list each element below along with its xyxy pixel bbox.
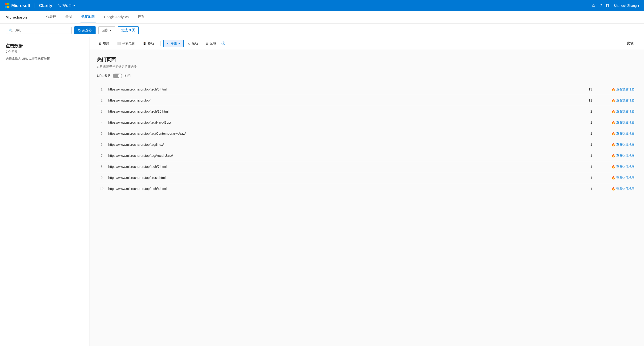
tab-recordings[interactable]: 录制 xyxy=(64,11,73,23)
table-row: 2 https://www.microcharon.top/ 11 🔥 查看热度… xyxy=(97,95,636,106)
row-url[interactable]: https://www.microcharon.top/ xyxy=(106,95,575,106)
row-view-heatmap[interactable]: 🔥 查看热度地图 xyxy=(594,161,636,172)
view-heatmap-link[interactable]: 🔥 查看热度地图 xyxy=(596,109,634,114)
row-view-heatmap[interactable]: 🔥 查看热度地图 xyxy=(594,139,636,150)
view-heatmap-label: 查看热度地图 xyxy=(616,87,634,91)
view-heatmap-link[interactable]: 🔥 查看热度地图 xyxy=(596,87,634,91)
view-heatmap-link[interactable]: 🔥 查看热度地图 xyxy=(596,154,634,158)
view-heatmap-link[interactable]: 🔥 查看热度地图 xyxy=(596,98,634,103)
row-view-heatmap[interactable]: 🔥 查看热度地图 xyxy=(594,150,636,161)
row-url[interactable]: https://www.microcharon.top/tag/Contempo… xyxy=(106,128,575,139)
action-scroll-label: 滚动 xyxy=(192,41,198,46)
tab-google-analytics[interactable]: Google Analytics xyxy=(103,11,130,23)
device-desktop-button[interactable]: 🖥 电脑 xyxy=(95,40,113,47)
row-url[interactable]: https://www.microcharon.top/tag/linux/ xyxy=(106,139,575,150)
table-row: 10 https://www.microcharon.top/tech/4.ht… xyxy=(97,183,636,194)
flame-icon: 🔥 xyxy=(612,132,615,135)
view-heatmap-link[interactable]: 🔥 查看热度地图 xyxy=(596,175,634,180)
row-url[interactable]: https://www.microcharon.top/tag/Hard-Bop… xyxy=(106,117,575,128)
user-name[interactable]: Sherlock Zhang ▾ xyxy=(614,4,639,7)
table-row: 7 https://www.microcharon.top/tag/Vocal-… xyxy=(97,150,636,161)
row-view-heatmap[interactable]: 🔥 查看热度地图 xyxy=(594,128,636,139)
tablet-icon: ⬜ xyxy=(117,42,121,45)
view-heatmap-link[interactable]: 🔥 查看热度地图 xyxy=(596,187,634,191)
row-count: 1 xyxy=(575,150,594,161)
row-view-heatmap[interactable]: 🔥 查看热度地图 xyxy=(594,172,636,183)
project-name: Microcharon xyxy=(6,15,34,19)
row-count: 1 xyxy=(575,117,594,128)
action-area-label: 区域 xyxy=(210,41,216,46)
row-url[interactable]: https://www.microcharon.top/tech/4.html xyxy=(106,183,575,194)
table-row: 5 https://www.microcharon.top/tag/Contem… xyxy=(97,128,636,139)
row-number: 4 xyxy=(97,117,106,128)
action-area-button[interactable]: ⊞ 区域 xyxy=(202,40,220,47)
chevron-down-icon: ▾ xyxy=(74,4,75,7)
row-number: 3 xyxy=(97,106,106,117)
row-number: 9 xyxy=(97,172,106,183)
area-icon: ⊞ xyxy=(206,42,208,45)
device-tablet-button[interactable]: ⬜ 平板电脑 xyxy=(114,40,138,47)
view-heatmap-link[interactable]: 🔥 查看热度地图 xyxy=(596,120,634,125)
action-chevron-icon: ▾ xyxy=(178,42,180,45)
info-icon[interactable]: ⓘ xyxy=(222,41,225,46)
view-heatmap-label: 查看热度地图 xyxy=(616,98,634,103)
compare-button[interactable]: 比较 xyxy=(622,40,638,47)
row-view-heatmap[interactable]: 🔥 查看热度地图 xyxy=(594,183,636,194)
toggle-state-label: 关闭 xyxy=(124,74,131,78)
action-click-label: 单击 xyxy=(171,41,177,46)
row-url[interactable]: https://www.microcharon.top/tech/15.html xyxy=(106,106,575,117)
flame-icon: 🔥 xyxy=(612,187,615,191)
row-url[interactable]: https://www.microcharon.top/tech/7.html xyxy=(106,161,575,172)
date-range-button[interactable]: 过去 3 天 xyxy=(118,26,139,34)
action-scroll-button[interactable]: ◇ 滚动 xyxy=(184,40,202,47)
flame-icon: 🔥 xyxy=(612,154,615,158)
flame-icon: 🔥 xyxy=(612,165,615,169)
view-heatmap-label: 查看热度地图 xyxy=(616,165,634,169)
tab-settings[interactable]: 设置 xyxy=(137,11,146,23)
nav-tabs: 仪表板 录制 热度地图 Google Analytics 设置 xyxy=(45,11,146,23)
device-mobile-button[interactable]: 📱 移动 xyxy=(139,40,158,47)
filter-button[interactable]: ⧉ 筛选器 xyxy=(74,26,96,34)
view-heatmap-label: 查看热度地图 xyxy=(616,131,634,136)
row-view-heatmap[interactable]: 🔥 查看热度地图 xyxy=(594,84,636,95)
row-url[interactable]: https://www.microcharon.top/cross.html xyxy=(106,172,575,183)
view-heatmap-label: 查看热度地图 xyxy=(616,175,634,180)
row-count: 1 xyxy=(575,161,594,172)
click-data-title: 点击数据 xyxy=(6,43,84,49)
scroll-icon: ◇ xyxy=(188,42,190,45)
url-search-box[interactable]: 🔍 xyxy=(6,27,72,34)
document-icon[interactable]: 🗒 xyxy=(606,3,610,8)
tab-dashboard[interactable]: 仪表板 xyxy=(45,11,57,23)
row-number: 8 xyxy=(97,161,106,172)
tab-heatmap[interactable]: 热度地图 xyxy=(80,11,96,23)
action-click-button[interactable]: ↖ 单击 ▾ xyxy=(163,40,184,47)
segment-button[interactable]: 区段 ▾ xyxy=(98,26,115,34)
row-view-heatmap[interactable]: 🔥 查看热度地图 xyxy=(594,95,636,106)
left-panel: 点击数据 0 个元素 选择或输入 URL 以查看热度地图 xyxy=(0,37,90,346)
row-view-heatmap[interactable]: 🔥 查看热度地图 xyxy=(594,117,636,128)
row-count: 1 xyxy=(575,139,594,150)
row-url[interactable]: https://www.microcharon.top/tech/5.html xyxy=(106,84,575,95)
app-logo[interactable]: Microsoft Clarity xyxy=(5,3,52,8)
view-heatmap-link[interactable]: 🔥 查看热度地图 xyxy=(596,143,634,147)
help-icon[interactable]: ? xyxy=(600,3,602,8)
url-search-input[interactable] xyxy=(14,28,68,32)
table-row: 9 https://www.microcharon.top/cross.html… xyxy=(97,172,636,183)
project-selector[interactable]: 我的项目 ▾ xyxy=(58,3,75,8)
mobile-icon: 📱 xyxy=(143,42,146,45)
smiley-icon[interactable]: ☺ xyxy=(592,3,596,8)
row-number: 6 xyxy=(97,139,106,150)
view-heatmap-link[interactable]: 🔥 查看热度地图 xyxy=(596,131,634,136)
section-subtitle: 此列表基于当前选定的筛选器 xyxy=(97,65,636,69)
sub-nav: Microcharon 仪表板 录制 热度地图 Google Analytics… xyxy=(0,11,644,23)
row-number: 7 xyxy=(97,150,106,161)
flame-icon: 🔥 xyxy=(612,121,615,124)
url-params-row: URL 参数 关闭 xyxy=(97,74,636,78)
right-panel: 🖥 电脑 ⬜ 平板电脑 📱 移动 ↖ 单击 ▾ ◇ 滚动 ⊞ xyxy=(90,37,644,346)
row-url[interactable]: https://www.microcharon.top/tag/Vocal-Ja… xyxy=(106,150,575,161)
click-data-hint: 选择或输入 URL 以查看热度地图 xyxy=(6,57,84,61)
url-params-toggle[interactable] xyxy=(113,74,122,78)
row-view-heatmap[interactable]: 🔥 查看热度地图 xyxy=(594,106,636,117)
view-heatmap-link[interactable]: 🔥 查看热度地图 xyxy=(596,165,634,169)
view-heatmap-label: 查看热度地图 xyxy=(616,109,634,114)
